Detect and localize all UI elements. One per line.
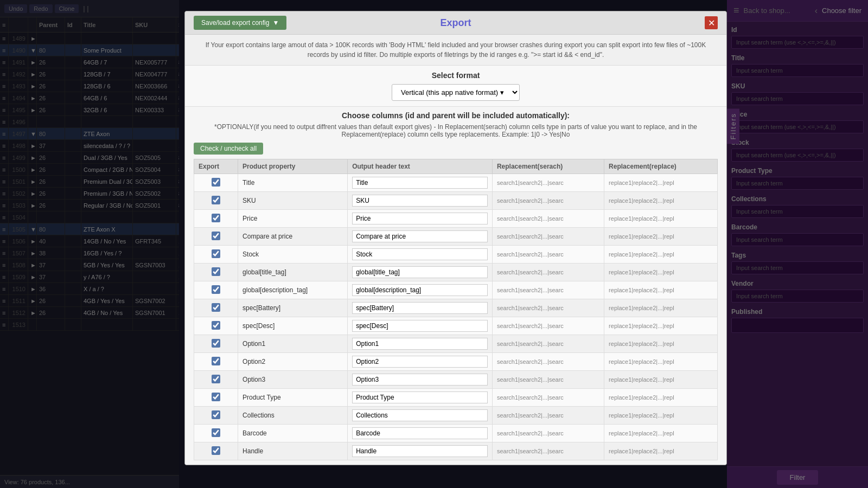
- property-cell: Option2: [238, 353, 348, 371]
- property-cell: Price: [238, 210, 348, 228]
- list-item: Barcode search1|search2|...|searc replac…: [194, 425, 718, 442]
- dropdown-arrow: ▼: [272, 19, 279, 27]
- header-input[interactable]: [352, 374, 488, 386]
- format-section: Select format Vertical (this app native …: [185, 66, 726, 107]
- property-cell: Compare at price: [238, 228, 348, 246]
- header-input[interactable]: [352, 266, 488, 278]
- header-input[interactable]: [352, 409, 488, 421]
- replace-cell: replace1|replace2|...|repl: [604, 317, 718, 335]
- replace-cell: replace1|replace2|...|repl: [604, 174, 718, 192]
- list-item: global[title_tag] search1|search2|...|se…: [194, 264, 718, 281]
- replace-cell: replace1|replace2|...|repl: [604, 335, 718, 353]
- header-input[interactable]: [352, 338, 488, 350]
- search-cell: search1|search2|...|searc: [492, 192, 604, 210]
- export-checkbox[interactable]: [212, 214, 220, 222]
- search-cell: search1|search2|...|searc: [492, 299, 604, 317]
- replace-cell: replace1|replace2|...|repl: [604, 246, 718, 264]
- modal-notice: If Your export contains large amout of d…: [185, 35, 726, 66]
- list-item: global[description_tag] search1|search2|…: [194, 281, 718, 299]
- search-cell: search1|search2|...|searc: [492, 407, 604, 425]
- property-cell: Product Type: [238, 389, 348, 407]
- export-checkbox[interactable]: [212, 285, 220, 294]
- export-checkbox[interactable]: [212, 178, 220, 187]
- header-input[interactable]: [352, 356, 488, 368]
- search-cell: search1|search2|...|searc: [492, 264, 604, 281]
- search-cell: search1|search2|...|searc: [492, 228, 604, 246]
- export-checkbox[interactable]: [212, 249, 220, 258]
- header-input[interactable]: [352, 177, 488, 189]
- export-checkbox[interactable]: [212, 357, 220, 365]
- property-cell: Collections: [238, 407, 348, 425]
- columns-notice: *OPTIONALY(if you need to output diffren…: [194, 123, 718, 138]
- export-checkbox[interactable]: [212, 232, 220, 240]
- list-item: Stock search1|search2|...|searc replace1…: [194, 246, 718, 264]
- columns-title: Choose columns (id and parent will be in…: [194, 111, 718, 120]
- list-item: spec[Desc] search1|search2|...|searc rep…: [194, 317, 718, 335]
- check-uncheck-button[interactable]: Check / uncheck all: [194, 143, 263, 155]
- export-checkbox[interactable]: [212, 267, 220, 276]
- list-item: Title search1|search2|...|searc replace1…: [194, 174, 718, 192]
- header-input[interactable]: [352, 213, 488, 224]
- export-checkbox[interactable]: [212, 428, 220, 437]
- search-cell: search1|search2|...|searc: [492, 317, 604, 335]
- header-input[interactable]: [352, 230, 488, 242]
- list-item: SKU search1|search2|...|searc replace1|r…: [194, 192, 718, 210]
- save-load-label: Save/load export config: [201, 19, 269, 27]
- export-checkbox[interactable]: [212, 375, 220, 383]
- property-cell: Barcode: [238, 425, 348, 442]
- format-select[interactable]: Vertical (this app native format) ▾: [392, 84, 520, 101]
- format-label: Select format: [196, 71, 716, 80]
- th-export: Export: [194, 159, 238, 174]
- export-checkbox[interactable]: [212, 303, 220, 312]
- property-cell: Option3: [238, 371, 348, 389]
- list-item: Price search1|search2|...|searc replace1…: [194, 210, 718, 228]
- search-cell: search1|search2|...|searc: [492, 174, 604, 192]
- header-input[interactable]: [352, 391, 488, 403]
- th-property: Product property: [238, 159, 348, 174]
- list-item: Option1 search1|search2|...|searc replac…: [194, 335, 718, 353]
- search-cell: search1|search2|...|searc: [492, 210, 604, 228]
- replace-cell: replace1|replace2|...|repl: [604, 281, 718, 299]
- header-input[interactable]: [352, 320, 488, 332]
- header-input[interactable]: [352, 302, 488, 314]
- property-cell: global[description_tag]: [238, 281, 348, 299]
- modal-close-button[interactable]: ✕: [705, 16, 718, 29]
- columns-table-header: Export Product property Output header te…: [194, 159, 718, 174]
- search-cell: search1|search2|...|searc: [492, 389, 604, 407]
- list-item: Collections search1|search2|...|searc re…: [194, 407, 718, 425]
- property-cell: Title: [238, 174, 348, 192]
- header-input[interactable]: [352, 445, 488, 457]
- export-checkbox[interactable]: [212, 196, 220, 204]
- search-cell: search1|search2|...|searc: [492, 371, 604, 389]
- modal-toolbar-area: Save/load export config ▼: [194, 16, 302, 30]
- header-input[interactable]: [352, 195, 488, 207]
- header-input[interactable]: [352, 248, 488, 260]
- property-cell: spec[Desc]: [238, 317, 348, 335]
- export-checkbox[interactable]: [212, 339, 220, 348]
- replace-cell: replace1|replace2|...|repl: [604, 299, 718, 317]
- search-cell: search1|search2|...|searc: [492, 353, 604, 371]
- list-item: Compare at price search1|search2|...|sea…: [194, 228, 718, 246]
- property-cell: SKU: [238, 192, 348, 210]
- replace-cell: replace1|replace2|...|repl: [604, 389, 718, 407]
- replace-cell: replace1|replace2|...|repl: [604, 442, 718, 460]
- property-cell: Stock: [238, 246, 348, 264]
- export-checkbox[interactable]: [212, 393, 220, 401]
- property-cell: global[title_tag]: [238, 264, 348, 281]
- search-cell: search1|search2|...|searc: [492, 335, 604, 353]
- export-checkbox[interactable]: [212, 446, 220, 455]
- export-checkbox[interactable]: [212, 410, 220, 419]
- list-item: spec[Battery] search1|search2|...|searc …: [194, 299, 718, 317]
- list-item: Option3 search1|search2|...|searc replac…: [194, 371, 718, 389]
- header-input[interactable]: [352, 284, 488, 296]
- th-header: Output header text: [348, 159, 493, 174]
- search-cell: search1|search2|...|searc: [492, 442, 604, 460]
- replace-cell: replace1|replace2|...|repl: [604, 192, 718, 210]
- replace-cell: replace1|replace2|...|repl: [604, 371, 718, 389]
- header-input[interactable]: [352, 427, 488, 439]
- save-load-button[interactable]: Save/load export config ▼: [194, 16, 286, 30]
- replace-cell: replace1|replace2|...|repl: [604, 264, 718, 281]
- columns-table-body: Title search1|search2|...|searc replace1…: [194, 174, 718, 460]
- replace-cell: replace1|replace2|...|repl: [604, 425, 718, 442]
- export-checkbox[interactable]: [212, 321, 220, 330]
